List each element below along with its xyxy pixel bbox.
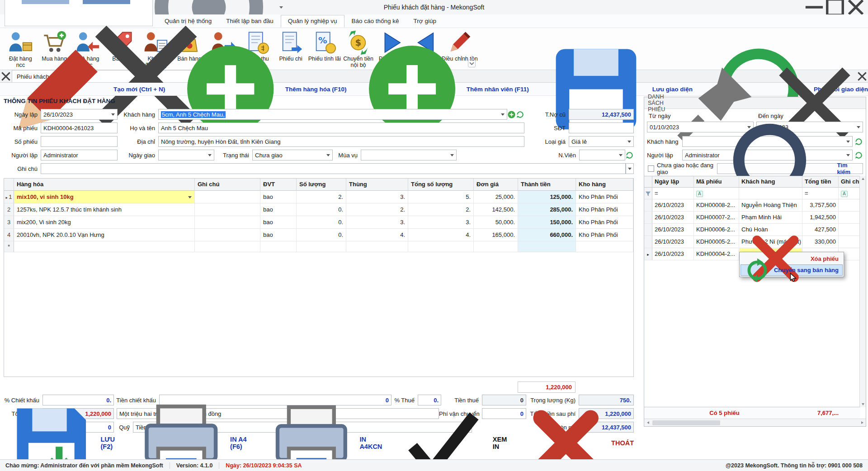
- cell-thanh-tien[interactable]: 285,000.: [518, 203, 576, 216]
- scroll-down-button[interactable]: [860, 401, 866, 407]
- chevron-down-icon[interactable]: [627, 141, 631, 143]
- minimize-button[interactable]: [804, 0, 825, 14]
- table-row[interactable]: 26/10/2023 KDH00008-2... Nguyễn Hoàng Th…: [644, 199, 860, 212]
- cell-kho-hang[interactable]: Kho Phân Phối: [576, 229, 633, 241]
- cell-so-luong[interactable]: 0.: [297, 203, 346, 216]
- cell-hang-hoa[interactable]: mix100, vi sinh 10kg: [14, 191, 195, 203]
- header-kho-hang[interactable]: Kho hàng: [576, 179, 633, 191]
- loai-gia-combo[interactable]: Giá lẻ: [569, 136, 634, 147]
- maximize-button[interactable]: [825, 0, 845, 14]
- filter-cell[interactable]: =: [652, 188, 694, 199]
- cell-ma-phieu[interactable]: KDH00008-2...: [694, 199, 739, 212]
- sdt-input[interactable]: [569, 122, 634, 133]
- cell-don-gia[interactable]: 25,000.: [474, 191, 518, 203]
- header-so-luong[interactable]: Số lượng: [297, 179, 346, 191]
- table-row[interactable]: 2 1257ks, NPK 12.5.7 thúc tím khánh sinh…: [4, 203, 633, 216]
- chevron-down-icon[interactable]: [857, 126, 860, 128]
- cell-hang-hoa[interactable]: mix200, Vi sinh 20kg: [14, 216, 195, 229]
- ghi-chu-input[interactable]: [41, 163, 626, 174]
- search-button[interactable]: Tìm kiếm: [717, 163, 863, 174]
- cell-ghi-chu[interactable]: [839, 212, 860, 224]
- chevron-down-icon[interactable]: [208, 154, 212, 156]
- cell-ngay-lap[interactable]: 26/10/2023: [652, 248, 694, 260]
- header-ghi-chu[interactable]: Ghi chú: [839, 176, 860, 188]
- scroll-up-button[interactable]: [860, 176, 866, 182]
- filter-cell[interactable]: [739, 188, 802, 199]
- cell-tong-so-luong[interactable]: 4.: [408, 229, 474, 241]
- table-row[interactable]: 1 mix100, vi sinh 10kg bao 2. 3. 5. 25,0…: [4, 191, 633, 203]
- cell-kho-hang[interactable]: Kho Phân Phối: [576, 216, 633, 229]
- nguoi-lap-input[interactable]: Administrator: [41, 150, 118, 160]
- cell-thanh-tien[interactable]: 660,000.: [518, 229, 576, 241]
- cell-hang-hoa[interactable]: 1257ks, NPK 12.5.7 thúc tím khánh sinh: [14, 203, 195, 216]
- scroll-right-button[interactable]: [859, 419, 866, 426]
- refresh-icon[interactable]: [854, 151, 863, 160]
- table-row[interactable]: 4 20010vh, NPK 20.0.10 Vạn Hưng bao 0. 4…: [4, 229, 633, 241]
- scrollbar-thumb[interactable]: [652, 420, 720, 425]
- filter-type-icon[interactable]: =: [805, 190, 808, 197]
- cell-thung[interactable]: 3.: [346, 191, 408, 203]
- cell-dvt[interactable]: bao: [260, 216, 297, 229]
- menu-tab[interactable]: Báo cáo thống kê: [344, 15, 406, 28]
- cell-tong-so-luong[interactable]: [408, 241, 474, 252]
- cell-so-luong[interactable]: [297, 241, 346, 252]
- cell-ma-phieu[interactable]: KDH00007-2...: [694, 212, 739, 224]
- header-tong-tien[interactable]: Tổng tiền: [802, 176, 839, 188]
- dia-chi-input[interactable]: Nông trường, huyện Hòn Đất, tỉnh Kiên Gi…: [158, 136, 524, 147]
- cell-tong-tien[interactable]: 330,000: [802, 236, 839, 248]
- cell-don-gia[interactable]: 50,000.: [474, 216, 518, 229]
- cell-dvt[interactable]: [260, 241, 297, 252]
- cell-kho-hang[interactable]: Kho Phân Phối: [576, 203, 633, 216]
- filter-type-icon[interactable]: A: [696, 191, 703, 197]
- cell-hang-hoa[interactable]: [14, 241, 195, 252]
- new-row[interactable]: *: [4, 241, 633, 252]
- cell-ngay-lap[interactable]: 26/10/2023: [652, 212, 694, 224]
- so-phieu-input[interactable]: [41, 136, 118, 147]
- cell-hang-hoa[interactable]: 20010vh, NPK 20.0.10 Vạn Hưng: [14, 229, 195, 241]
- header-khach-hang[interactable]: Khách hàng: [739, 176, 802, 188]
- khach-hang-combo[interactable]: 5cm, Anh 5 Chệch Mau,: [158, 109, 507, 120]
- cell-kho-hang[interactable]: [576, 241, 633, 252]
- header-dvt[interactable]: ĐVT: [260, 179, 297, 191]
- cell-tong-tien[interactable]: 1,942,500: [802, 212, 839, 224]
- close-button[interactable]: [845, 0, 866, 14]
- cell-dvt[interactable]: bao: [260, 191, 297, 203]
- menu-tab[interactable]: Trợ giúp: [406, 15, 443, 28]
- cell-don-gia[interactable]: [474, 241, 518, 252]
- mua-vu-combo[interactable]: [361, 150, 457, 160]
- cell-thanh-tien[interactable]: 125,000.: [518, 191, 576, 203]
- cell-ghi-chu[interactable]: [195, 229, 260, 241]
- chua-giao-checkbox[interactable]: [648, 165, 654, 172]
- header-tong-so-luong[interactable]: Tổng số lượng: [408, 179, 474, 191]
- cell-thanh-tien[interactable]: [518, 241, 576, 252]
- cell-so-luong[interactable]: 0.: [297, 216, 346, 229]
- cell-ngay-lap[interactable]: 26/10/2023: [652, 199, 694, 212]
- ghi-chu-expand-button[interactable]: [626, 163, 634, 174]
- header-hang-hoa[interactable]: Hàng hóa: [14, 179, 195, 191]
- ho-ten-input[interactable]: Anh 5 Chệch Mau: [158, 122, 524, 133]
- header-thanh-tien[interactable]: Thành tiền: [518, 179, 576, 191]
- cell-ngay-lap[interactable]: 26/10/2023: [652, 224, 694, 236]
- filter-cell[interactable]: A: [839, 188, 860, 199]
- chevron-down-icon[interactable]: [326, 154, 330, 156]
- refresh-staff-icon[interactable]: [625, 151, 634, 160]
- cell-thung[interactable]: 4.: [346, 229, 408, 241]
- cell-thung[interactable]: 3.: [346, 216, 408, 229]
- cell-khach-hang[interactable]: Nguyễn Hoàng Thiện: [739, 199, 802, 212]
- chevron-down-icon[interactable]: [619, 154, 623, 156]
- cell-don-gia[interactable]: 165,000.: [474, 229, 518, 241]
- cell-so-luong[interactable]: 0.: [297, 229, 346, 241]
- table-row[interactable]: 26/10/2023 KDH00007-2... Phạm Minh Hải 1…: [644, 212, 860, 224]
- cell-tong-so-luong[interactable]: 2.: [408, 203, 474, 216]
- chevron-down-icon[interactable]: [111, 113, 115, 116]
- refresh-customer-icon[interactable]: [516, 110, 524, 119]
- cell-khach-hang[interactable]: Phạm Minh Hải: [739, 212, 802, 224]
- menu-tab[interactable]: Thiết lập ban đầu: [219, 15, 280, 28]
- cell-dvt[interactable]: bao: [260, 229, 297, 241]
- horizontal-scrollbar[interactable]: [644, 419, 866, 426]
- cell-thanh-tien[interactable]: 150,000.: [518, 216, 576, 229]
- cell-ghi-chu[interactable]: [839, 224, 860, 236]
- cell-tong-so-luong[interactable]: 3.: [408, 216, 474, 229]
- cell-so-luong[interactable]: 2.: [297, 191, 346, 203]
- menu-tab[interactable]: Quản lý nghiệp vụ: [281, 15, 344, 28]
